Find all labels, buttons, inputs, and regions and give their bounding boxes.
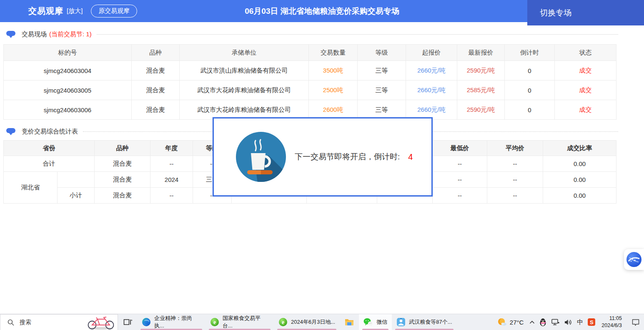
zoom-toggle-link[interactable]: [放大] (67, 7, 83, 15)
taskbar-app-wechat[interactable]: 微信 (359, 314, 392, 330)
green-e-browser-icon: e (278, 317, 288, 327)
search-placeholder: 搜索 (20, 319, 31, 326)
notification-center-button[interactable] (627, 314, 644, 330)
cell-variety: 混合麦 (132, 61, 180, 81)
cell-depot: 武汉市洪山库粮油储备有限公司 (180, 61, 309, 81)
network-display-icon (551, 318, 559, 326)
col-header-depot: 承储单位 (180, 45, 309, 61)
col-header-avg-price: 平均价 (487, 141, 543, 156)
taskbar-app-label: 企业精神：崇尚执... (154, 315, 201, 330)
cell-quantity: 2500吨 (309, 81, 358, 100)
floating-widget[interactable] (624, 249, 644, 270)
cell-grade: 三等 (358, 81, 406, 100)
session-title: 06月03日 湖北省地储粮油竞价采购交易专场 (245, 0, 399, 22)
ime-language-indicator: 中 (577, 318, 583, 326)
platform-logo-icon (626, 252, 642, 267)
taskbar-app-edge[interactable]: 企业精神：崇尚执... (137, 314, 205, 330)
clock-time: 11:05 (601, 315, 622, 322)
cell-countdown: 0 (505, 100, 555, 120)
cell-depot: 武汉市大花岭库粮油储备有限公司 (180, 81, 309, 100)
svg-text:e: e (282, 319, 284, 325)
cell-deal-ratio: 0.00 (543, 188, 616, 204)
cell-avg-price: -- (487, 188, 543, 204)
taskbar-app-file-explorer[interactable] (340, 314, 359, 330)
cell-avg-price: -- (487, 172, 543, 188)
cell-variety: 混合麦 (132, 81, 180, 100)
switch-session-button[interactable]: 切换专场 (527, 0, 644, 25)
cell-province-total: 合计 (4, 156, 95, 172)
search-highlight-bike-image (86, 315, 116, 330)
qq-penguin-icon (539, 318, 546, 326)
tray-qq-button[interactable] (539, 318, 546, 326)
taskbar-spacer (457, 314, 497, 330)
section-marker-icon (6, 30, 16, 39)
cell-quantity: 3500吨 (309, 61, 358, 81)
cell-lot-id: sjmcg240603005 (4, 81, 132, 100)
cell-lot-id: sjmcg240603006 (4, 100, 132, 120)
cell-year: 2024 (150, 172, 193, 188)
col-header-status: 状态 (555, 45, 616, 61)
cell-min-price: -- (433, 172, 487, 188)
taskbar-clock[interactable]: 11:05 2024/6/3 (601, 314, 622, 330)
current-session-note: (当前交易节: 1) (49, 30, 92, 38)
cell-grade: 三等 (358, 100, 406, 120)
search-input[interactable]: 搜索 (0, 314, 118, 330)
app-title: 交易观摩 (28, 5, 63, 17)
cell-subgroup (58, 172, 95, 188)
cell-variety: 混合麦 (95, 156, 150, 172)
task-view-button[interactable] (118, 314, 137, 330)
cell-deal-ratio: 0.00 (543, 172, 616, 188)
cell-grade: 三等 (358, 61, 406, 81)
cell-variety: 混合麦 (95, 188, 150, 204)
cell-status: 成交 (555, 100, 616, 120)
countdown-value: 4 (408, 152, 413, 162)
windows-taskbar: 搜索 企业精神：崇尚执... e (0, 314, 644, 330)
cell-year: -- (150, 156, 193, 172)
green-e-browser-icon: e (210, 317, 219, 327)
table-row: sjmcg240603006 混合麦 武汉市大花岭库粮油储备有限公司 2600吨… (4, 100, 616, 120)
tray-network-button[interactable] (551, 318, 559, 326)
tray-expand-button[interactable] (529, 320, 535, 324)
cell-avg-price: -- (487, 156, 543, 172)
col-header-latest-price: 最新报价 (457, 45, 505, 61)
taskbar-app-grain-platform[interactable]: e 国家粮食交易平台... (205, 314, 274, 330)
tray-ime-button[interactable]: 中 (577, 318, 583, 326)
search-icon (8, 319, 14, 326)
system-tray: 中 S (529, 314, 595, 330)
svg-text:e: e (213, 319, 216, 325)
file-explorer-icon (344, 318, 354, 326)
cell-latest-price: 2590元/吨 (457, 61, 505, 81)
taskbar-app-trade-doc[interactable]: e 2024年6月3日地... (274, 314, 340, 330)
cell-deal-ratio: 0.00 (543, 156, 616, 172)
section-title: 交易现场 (22, 30, 47, 38)
cell-min-price: -- (433, 188, 487, 204)
top-bar: 交易观摩 [放大] 原交易观摩 06月03日 湖北省地储粮油竞价采购交易专场 切… (0, 0, 644, 22)
col-header-province: 省份 (4, 141, 95, 156)
wechat-icon (363, 318, 373, 326)
col-header-variety: 品种 (95, 141, 150, 156)
cell-variety: 混合麦 (95, 172, 150, 188)
notification-bubble-icon (631, 318, 640, 326)
cell-status: 成交 (555, 61, 616, 81)
table-header-row: 标的号 品种 承储单位 交易数量 等级 起报价 最新报价 倒计时 状态 (4, 45, 616, 61)
contact-group-icon (396, 317, 406, 327)
chevron-up-icon (529, 320, 535, 324)
trading-floor-section-header: 交易现场 (当前交易节: 1) (6, 29, 618, 39)
taskbar-app-wuhan-grain-chat[interactable]: 武汉粮食等87个... (392, 314, 456, 330)
col-header-countdown: 倒计时 (505, 45, 555, 61)
weather-widget[interactable]: 27°C (497, 314, 524, 330)
cell-variety: 混合麦 (132, 100, 180, 120)
cell-countdown: 0 (505, 61, 555, 81)
countdown-dialog: 下一交易节即将开启，倒计时: 4 (213, 117, 433, 196)
cell-status: 成交 (555, 81, 616, 100)
tray-volume-button[interactable] (564, 319, 572, 326)
section-marker-icon (6, 127, 16, 136)
taskbar-app-label: 国家粮食交易平台... (223, 315, 269, 330)
tray-sogou-button[interactable]: S (588, 318, 595, 326)
col-header-lot-id: 标的号 (4, 45, 132, 61)
original-view-button[interactable]: 原交易观摩 (91, 5, 137, 18)
cell-latest-price: 2590元/吨 (457, 100, 505, 120)
cell-subgroup: 小计 (58, 188, 95, 204)
cell-start-price: 2660元/吨 (406, 81, 457, 100)
trading-floor-table: 标的号 品种 承储单位 交易数量 等级 起报价 最新报价 倒计时 状态 sjmc… (3, 44, 616, 120)
